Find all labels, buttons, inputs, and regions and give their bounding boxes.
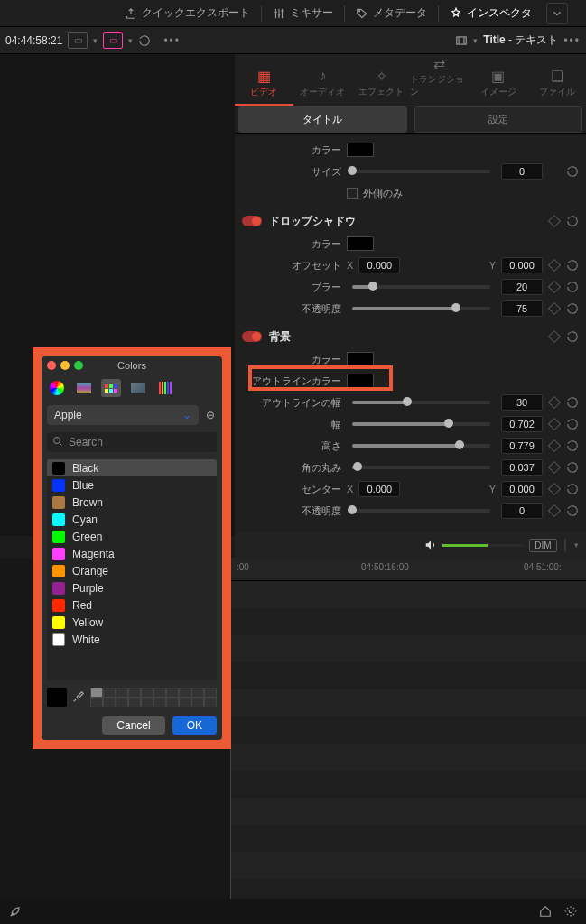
color-item-brown[interactable]: Brown — [47, 494, 217, 511]
mixer-button[interactable]: ミキサー — [267, 4, 339, 23]
color-item-magenta[interactable]: Magenta — [47, 545, 217, 562]
reset-icon[interactable] — [566, 396, 579, 409]
quick-export-button[interactable]: クイックエクスポート — [119, 4, 256, 23]
size-slider[interactable] — [352, 170, 490, 173]
height-value[interactable]: 0.779 — [501, 438, 543, 454]
tab-video[interactable]: ▦ビデオ — [235, 68, 293, 106]
blur-slider[interactable] — [352, 285, 490, 289]
tab-transition[interactable]: ⇄トランジション — [410, 55, 469, 106]
palette-action-icon[interactable]: ⊖ — [204, 409, 217, 421]
opacity2-slider[interactable] — [352, 509, 490, 513]
metadata-button[interactable]: メタデータ — [350, 4, 433, 23]
subtab-settings[interactable]: 設定 — [414, 106, 583, 133]
reset-icon[interactable] — [566, 461, 579, 474]
keyframe-icon[interactable] — [548, 215, 561, 227]
fx-overlay-button[interactable]: ▭ — [103, 32, 123, 49]
home-icon[interactable] — [539, 905, 552, 918]
section-background[interactable]: 背景 — [242, 325, 579, 348]
color-item-cyan[interactable]: Cyan — [47, 511, 217, 528]
offset-y[interactable]: 0.000 — [501, 257, 543, 273]
volume-slider[interactable] — [442, 544, 524, 547]
color-list[interactable]: BlackBlueBrownCyanGreenMagentaOrangePurp… — [47, 459, 217, 680]
gear-icon[interactable] — [564, 905, 577, 918]
loop-icon[interactable] — [138, 34, 151, 47]
tab-audio[interactable]: ♪オーディオ — [293, 68, 352, 106]
color-item-black[interactable]: Black — [47, 459, 217, 476]
opacity-slider[interactable] — [352, 307, 490, 310]
height-slider[interactable] — [352, 444, 490, 448]
reset-icon[interactable] — [566, 165, 579, 178]
palette-mode[interactable] — [101, 379, 121, 397]
swatch-grid[interactable] — [90, 688, 217, 707]
current-color-swatch[interactable] — [47, 688, 67, 707]
inspector-options[interactable]: ••• — [563, 34, 581, 47]
reset-icon[interactable] — [566, 483, 579, 495]
reset-icon[interactable] — [566, 259, 579, 272]
opacity2-value[interactable]: 0 — [501, 503, 543, 519]
ok-button[interactable]: OK — [172, 716, 217, 735]
rocket-icon[interactable] — [9, 905, 22, 918]
reset-icon[interactable] — [566, 439, 579, 452]
size-value[interactable]: 0 — [501, 163, 543, 180]
corner-value[interactable]: 0.037 — [501, 459, 543, 476]
tab-file[interactable]: ❏ファイル — [527, 68, 586, 106]
color-search[interactable]: Search — [47, 432, 217, 452]
color-item-white[interactable]: White — [47, 631, 217, 648]
keyframe-icon[interactable] — [548, 330, 561, 343]
color-item-red[interactable]: Red — [47, 596, 217, 614]
reset-icon[interactable] — [566, 418, 579, 430]
outline-width-value[interactable]: 30 — [501, 394, 543, 411]
dim-button[interactable]: DIM — [529, 539, 556, 552]
width-value[interactable]: 0.702 — [501, 416, 543, 432]
corner-slider[interactable] — [352, 466, 490, 469]
reset-icon[interactable] — [566, 281, 579, 293]
blur-value[interactable]: 20 — [501, 279, 543, 295]
keyframe-icon[interactable] — [548, 504, 561, 517]
pencils-mode[interactable] — [155, 379, 175, 397]
keyframe-icon[interactable] — [548, 281, 561, 293]
ds-color-swatch[interactable] — [347, 236, 374, 251]
inspector-button[interactable]: インスペクタ — [444, 4, 537, 23]
width-slider[interactable] — [352, 422, 490, 426]
color-item-green[interactable]: Green — [47, 528, 217, 545]
reset-icon[interactable] — [566, 302, 579, 315]
keyframe-icon[interactable] — [548, 418, 561, 430]
color-item-yellow[interactable]: Yellow — [47, 614, 217, 631]
reset-icon[interactable] — [566, 504, 579, 517]
timecode[interactable]: 04:44:58:21 — [5, 34, 62, 47]
cancel-button[interactable]: Cancel — [102, 716, 164, 735]
tab-effect[interactable]: ✧エフェクト — [352, 68, 411, 106]
subtab-title[interactable]: タイトル — [238, 106, 407, 133]
outside-only-checkbox[interactable] — [347, 188, 358, 199]
tab-image[interactable]: ▣イメージ — [469, 68, 527, 106]
keyframe-icon[interactable] — [548, 302, 561, 315]
speaker-icon[interactable] — [424, 539, 437, 551]
display-mode-button[interactable]: ▭ — [68, 32, 88, 49]
bg-color-swatch[interactable] — [347, 352, 374, 366]
offset-x[interactable]: 0.000 — [358, 257, 400, 273]
image-mode[interactable] — [128, 379, 148, 397]
keyframe-icon[interactable] — [548, 461, 561, 474]
color-swatch[interactable] — [347, 143, 374, 157]
background-toggle[interactable] — [242, 331, 262, 342]
opacity-value[interactable]: 75 — [501, 300, 543, 317]
eyedropper-icon[interactable] — [72, 690, 85, 706]
outline-color-swatch[interactable] — [347, 374, 374, 388]
color-item-blue[interactable]: Blue — [47, 476, 217, 494]
toolbar-dropdown[interactable] — [546, 3, 568, 24]
section-drop-shadow[interactable]: ドロップシャドウ — [242, 209, 579, 233]
color-wheel-mode[interactable] — [47, 379, 67, 397]
clip-icon[interactable] — [455, 34, 468, 47]
center-y[interactable]: 0.000 — [501, 481, 543, 497]
reset-icon[interactable] — [566, 215, 579, 227]
center-x[interactable]: 0.000 — [358, 481, 400, 497]
keyframe-icon[interactable] — [548, 396, 561, 409]
reset-icon[interactable] — [566, 330, 579, 343]
palette-select[interactable]: Apple ⌄ — [47, 405, 199, 425]
sliders-mode[interactable] — [74, 379, 94, 397]
color-item-purple[interactable]: Purple — [47, 579, 217, 596]
outline-width-slider[interactable] — [352, 401, 490, 404]
drop-shadow-toggle[interactable] — [242, 216, 262, 226]
keyframe-icon[interactable] — [548, 439, 561, 452]
viewer-options[interactable]: ••• — [163, 34, 181, 47]
